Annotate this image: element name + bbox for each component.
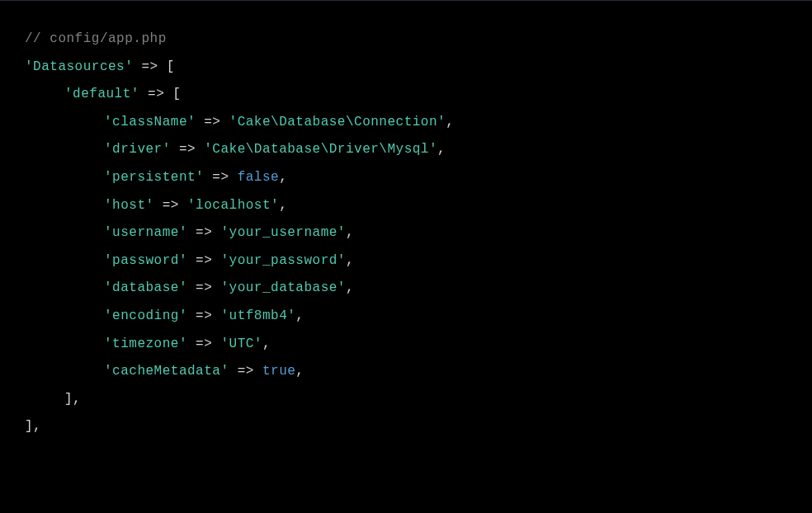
- code-line-persistent: 'persistent' => false,: [25, 164, 787, 192]
- code-line-database: 'database' => 'your_database',: [25, 275, 787, 303]
- code-line-datasources: 'Datasources' => [: [25, 54, 787, 82]
- code-line-classname: 'className' => 'Cake\Database\Connection…: [25, 109, 787, 137]
- code-line-cachemetadata: 'cacheMetadata' => true,: [25, 358, 787, 386]
- code-line-comment: // config/app.php: [25, 26, 787, 54]
- code-line-driver: 'driver' => 'Cake\Database\Driver\Mysql'…: [25, 136, 787, 164]
- code-line-password: 'password' => 'your_password',: [25, 247, 787, 275]
- code-line-encoding: 'encoding' => 'utf8mb4',: [25, 303, 787, 331]
- code-line-username: 'username' => 'your_username',: [25, 219, 787, 247]
- code-block: // config/app.php'Datasources' => ['defa…: [25, 26, 787, 441]
- code-line-host: 'host' => 'localhost',: [25, 192, 787, 220]
- code-line-close-datasources: ],: [25, 413, 787, 441]
- code-line-default: 'default' => [: [25, 81, 787, 109]
- code-line-close-default: ],: [25, 386, 787, 414]
- code-line-timezone: 'timezone' => 'UTC',: [25, 331, 787, 359]
